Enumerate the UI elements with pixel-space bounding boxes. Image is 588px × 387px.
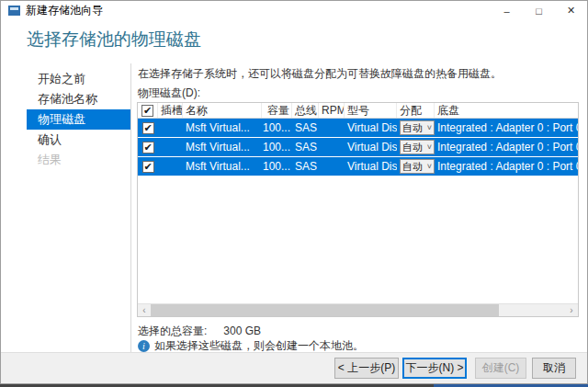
total-capacity-value: 300 GB bbox=[223, 324, 261, 337]
window-controls: – □ ✕ bbox=[491, 1, 587, 20]
maximize-icon[interactable]: □ bbox=[523, 1, 555, 20]
chevron-down-icon: ˅ bbox=[427, 142, 432, 152]
sidebar-item-before-you-begin[interactable]: 开始之前 bbox=[27, 69, 130, 89]
allocation-dropdown[interactable]: 自动˅ bbox=[400, 140, 435, 154]
create-button: 创建(C) bbox=[475, 358, 526, 379]
cell-model: Virtual Disk bbox=[345, 157, 397, 176]
total-capacity-label: 选择的总容量: bbox=[138, 324, 207, 337]
sidebar-item-pool-name[interactable]: 存储池名称 bbox=[27, 89, 130, 109]
cell-rpm bbox=[319, 157, 345, 176]
cell-capacity: 100... bbox=[262, 138, 292, 156]
row-checkbox-checked-icon[interactable]: ✔ bbox=[142, 161, 154, 173]
cell-chassis: Integrated : Adapter 0 : Port 0 : Target… bbox=[435, 119, 578, 137]
page-header: 选择存储池的物理磁盘 bbox=[1, 20, 587, 61]
sidebar-item-confirmation[interactable]: 确认 bbox=[27, 130, 130, 150]
cell-name: Msft Virtual... bbox=[183, 119, 262, 137]
disk-row-3[interactable]: ✔ Msft Virtual... 100... SAS Virtual Dis… bbox=[138, 157, 578, 176]
disk-row-1[interactable]: ✔ Msft Virtual... 100... SAS Virtual Dis… bbox=[138, 119, 578, 137]
cell-chassis: Integrated : Adapter 0 : Port 0 : Target… bbox=[435, 138, 578, 156]
close-icon[interactable]: ✕ bbox=[555, 1, 587, 20]
next-button[interactable]: 下一步(N) > bbox=[402, 358, 467, 379]
instruction-text: 在选择存储子系统时，还可以将磁盘分配为可替换故障磁盘的热备用磁盘。 bbox=[138, 66, 502, 82]
checkbox-checked-icon[interactable]: ✔ bbox=[141, 105, 153, 117]
cell-slot bbox=[158, 157, 183, 176]
horizontal-scrollbar: ‹ › bbox=[138, 303, 578, 316]
disk-list-label: 物理磁盘(D): bbox=[138, 85, 200, 101]
column-header-slot[interactable]: 插槽 bbox=[158, 103, 183, 118]
allocation-value: 自动 bbox=[402, 160, 423, 174]
cell-slot bbox=[158, 119, 183, 137]
cell-chassis: Integrated : Adapter 0 : Port 0 : Target… bbox=[435, 157, 578, 176]
wizard-footer: < 上一步(P) 下一步(N) > 创建(C) 取消 bbox=[1, 352, 587, 383]
column-header-rpm[interactable]: RPM bbox=[319, 103, 345, 118]
row-checkbox-checked-icon[interactable]: ✔ bbox=[142, 142, 154, 154]
column-header-capacity[interactable]: 容量 bbox=[262, 103, 292, 118]
cell-name: Msft Virtual... bbox=[183, 157, 262, 176]
disk-row-2[interactable]: ✔ Msft Virtual... 100... SAS Virtual Dis… bbox=[138, 138, 578, 156]
column-header-name[interactable]: 名称 bbox=[183, 103, 262, 118]
chevron-down-icon: ˅ bbox=[427, 123, 432, 132]
column-header-allocation[interactable]: 分配 bbox=[397, 103, 435, 118]
cell-rpm bbox=[319, 119, 345, 137]
scroll-left-icon[interactable]: ‹ bbox=[138, 304, 151, 316]
cell-bus: SAS bbox=[292, 138, 319, 156]
allocation-value: 自动 bbox=[402, 121, 423, 135]
allocation-dropdown[interactable]: 自动˅ bbox=[400, 120, 435, 135]
minimize-icon[interactable]: – bbox=[491, 1, 523, 20]
cell-rpm bbox=[319, 138, 345, 156]
previous-button[interactable]: < 上一步(P) bbox=[334, 358, 399, 379]
cell-capacity: 100... bbox=[262, 119, 292, 137]
physical-disk-table: ✔ 插槽 名称 容量 总线 RPM 型号 分配 底盘 ✔ Msft Virtua… bbox=[137, 102, 579, 317]
cell-bus: SAS bbox=[292, 119, 319, 137]
scroll-right-icon[interactable]: › bbox=[565, 304, 578, 316]
cell-model: Virtual Disk bbox=[345, 119, 397, 137]
column-header-model[interactable]: 型号 bbox=[345, 103, 397, 118]
scrollbar-track[interactable] bbox=[151, 304, 565, 316]
info-icon: i bbox=[138, 340, 150, 352]
cell-name: Msft Virtual... bbox=[183, 138, 262, 156]
wizard-step-nav: 开始之前 存储池名称 物理磁盘 确认 结果 bbox=[27, 69, 130, 170]
column-header-chassis[interactable]: 底盘 bbox=[435, 103, 578, 118]
title-bar: 新建存储池向导 – □ ✕ bbox=[1, 1, 587, 20]
sidebar-item-physical-disks[interactable]: 物理磁盘 bbox=[27, 109, 130, 130]
allocation-value: 自动 bbox=[402, 141, 423, 154]
wizard-app-icon bbox=[8, 6, 20, 16]
cell-model: Virtual Disk bbox=[345, 138, 397, 156]
chevron-down-icon: ˅ bbox=[427, 162, 432, 171]
nav-content-divider bbox=[130, 63, 131, 354]
select-all-checkbox[interactable]: ✔ bbox=[138, 103, 158, 118]
table-header-row: ✔ 插槽 名称 容量 总线 RPM 型号 分配 底盘 bbox=[138, 103, 578, 119]
window-title: 新建存储池向导 bbox=[26, 3, 103, 18]
cell-bus: SAS bbox=[292, 157, 319, 176]
scrollbar-thumb[interactable] bbox=[151, 304, 499, 316]
allocation-dropdown[interactable]: 自动˅ bbox=[400, 159, 435, 174]
page-title: 选择存储池的物理磁盘 bbox=[27, 28, 201, 51]
cell-capacity: 100... bbox=[262, 157, 292, 176]
cancel-button[interactable]: 取消 bbox=[532, 358, 576, 379]
total-capacity-row: 选择的总容量:300 GB bbox=[138, 324, 261, 339]
main-content: 在选择存储子系统时，还可以将磁盘分配为可替换故障磁盘的热备用磁盘。 物理磁盘(D… bbox=[137, 60, 580, 354]
sidebar-item-results: 结果 bbox=[27, 150, 130, 170]
wizard-window: 新建存储池向导 – □ ✕ 选择存储池的物理磁盘 开始之前 存储池名称 物理磁盘… bbox=[0, 0, 588, 384]
row-checkbox-checked-icon[interactable]: ✔ bbox=[142, 122, 154, 134]
column-header-bus[interactable]: 总线 bbox=[292, 103, 319, 118]
cell-slot bbox=[158, 138, 183, 156]
